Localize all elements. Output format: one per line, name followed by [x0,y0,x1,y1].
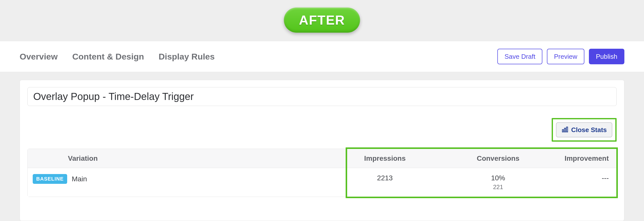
variation-name: Main [72,175,87,183]
campaign-title-input[interactable] [27,87,617,106]
close-stats-button[interactable]: Close Stats [556,122,612,137]
tab-overview[interactable]: Overview [20,52,58,62]
close-stats-highlight: Close Stats [552,118,617,142]
header-impressions: Impressions [327,154,443,162]
stats-table: Variation Impressions Conversions Improv… [27,149,617,197]
preview-button[interactable]: Preview [547,49,584,64]
svg-rect-1 [565,128,566,132]
cell-variation: BASELINE Main [28,174,327,184]
close-stats-label: Close Stats [571,127,607,133]
conversions-percent: 10% [443,174,553,182]
header-conversions: Conversions [443,154,553,162]
cell-impressions: 2213 [327,174,443,182]
svg-rect-0 [562,130,564,132]
content-panel: Close Stats Variation Impressions Conver… [20,80,624,221]
tab-display-rules[interactable]: Display Rules [158,52,215,62]
cell-improvement: --- [553,174,616,182]
top-bar: Overview Content & Design Display Rules … [0,41,644,72]
header-improvement: Improvement [553,154,616,162]
save-draft-button[interactable]: Save Draft [497,49,542,64]
after-badge: AFTER [284,8,360,33]
cell-conversions: 10% 221 [443,174,553,191]
action-bar: Save Draft Preview Publish [497,49,624,64]
bar-chart-icon [561,126,569,134]
stats-header: Variation Impressions Conversions Improv… [28,149,616,168]
tab-content-design[interactable]: Content & Design [72,52,144,62]
header-variation: Variation [28,154,327,162]
tab-list: Overview Content & Design Display Rules [20,52,215,62]
table-row: BASELINE Main 2213 10% 221 --- [28,168,616,197]
close-stats-row: Close Stats [27,118,617,142]
svg-rect-2 [567,127,568,132]
conversions-count: 221 [443,184,553,191]
baseline-badge: BASELINE [33,174,67,184]
publish-button[interactable]: Publish [589,49,624,64]
